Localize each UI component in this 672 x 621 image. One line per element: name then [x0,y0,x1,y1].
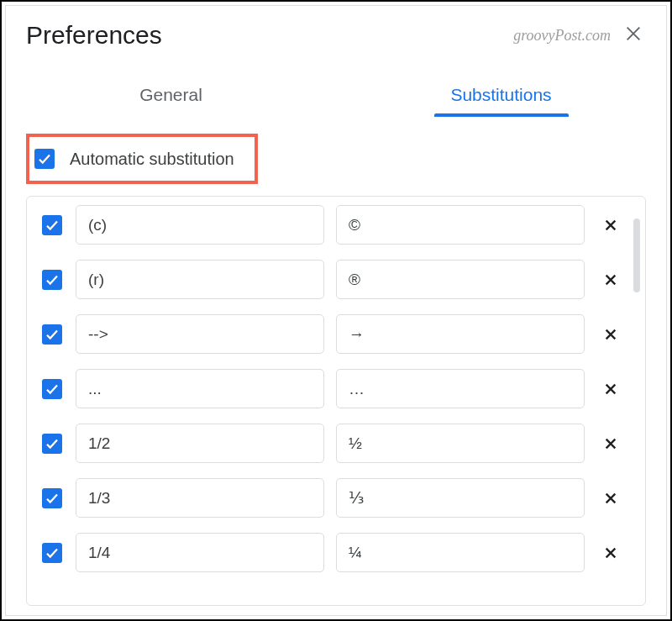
substitution-row [37,533,642,572]
delete-row-button[interactable] [596,382,625,396]
tab-general[interactable]: General [6,73,336,117]
close-icon [604,218,617,232]
row-checkbox[interactable] [42,215,62,235]
close-icon [604,273,617,287]
replace-to-input[interactable] [336,260,585,299]
close-icon [604,437,617,450]
replace-from-input[interactable] [76,205,324,245]
check-icon [45,545,60,560]
check-icon [45,382,60,397]
check-icon [45,272,60,287]
automatic-substitution-checkbox[interactable] [34,149,55,169]
check-icon [45,218,60,233]
delete-row-button[interactable] [596,437,625,450]
tabs-bar: General Substitutions [6,73,666,117]
delete-row-button[interactable] [596,492,625,505]
replace-to-input[interactable] [336,478,585,518]
check-icon [45,436,60,451]
watermark-text: groovyPost.com [513,27,611,45]
close-icon [604,492,617,505]
automatic-substitution-label: Automatic substitution [70,150,234,169]
dialog-title: Preferences [26,21,162,50]
replace-to-input[interactable] [336,314,585,354]
close-icon [604,328,617,341]
replace-from-input[interactable] [76,424,324,463]
check-icon [45,491,60,506]
substitution-row [37,424,642,463]
close-icon [604,382,617,396]
row-checkbox[interactable] [42,270,62,290]
replace-from-input[interactable] [76,533,324,572]
row-checkbox[interactable] [42,434,62,454]
row-checkbox[interactable] [42,488,62,508]
check-icon [45,327,60,342]
row-checkbox[interactable] [42,543,62,563]
close-icon [604,546,617,560]
check-icon [37,151,52,166]
delete-row-button[interactable] [596,546,625,560]
automatic-substitution-row: Automatic substitution [26,134,258,184]
replace-from-input[interactable] [76,478,324,518]
replace-from-input[interactable] [76,314,324,354]
replace-to-input[interactable] [336,424,585,463]
replace-from-input[interactable] [76,369,324,408]
replace-from-input[interactable] [76,260,324,299]
substitution-list [26,196,646,606]
delete-row-button[interactable] [596,328,625,341]
scrollbar-thumb[interactable] [633,218,640,292]
row-checkbox[interactable] [42,379,62,399]
replace-to-input[interactable] [336,369,585,408]
delete-row-button[interactable] [596,218,625,232]
substitution-row [37,314,642,354]
delete-row-button[interactable] [596,273,625,287]
substitution-row [37,205,642,245]
close-button[interactable] [621,21,646,50]
substitution-row [37,369,642,408]
close-icon [624,24,643,43]
replace-to-input[interactable] [336,533,585,572]
replace-to-input[interactable] [336,205,585,245]
row-checkbox[interactable] [42,324,62,345]
substitution-row [37,478,642,518]
dialog-header: Preferences groovyPost.com [6,6,666,56]
tab-substitutions[interactable]: Substitutions [336,73,666,117]
substitution-row [37,260,642,299]
